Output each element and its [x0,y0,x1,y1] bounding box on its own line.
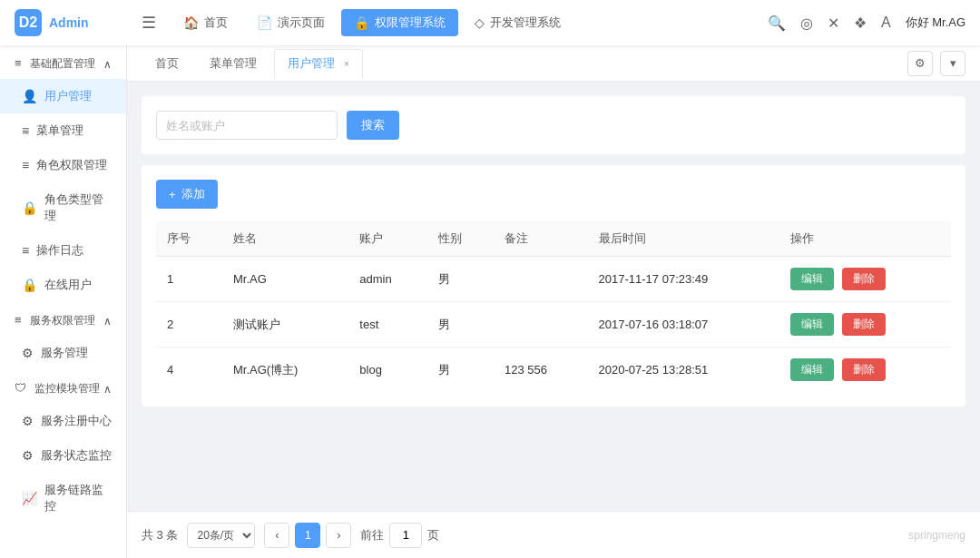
cell-index: 4 [156,348,222,393]
sidebar-item-service-chain-label: 服务链路监控 [44,482,112,514]
page-tab-user[interactable]: 用户管理 × [274,49,363,78]
sidebar-group-service-auth[interactable]: ≡ 服务权限管理 ∧ [0,302,126,336]
search-button[interactable]: 搜索 [347,111,399,140]
col-last-time: 最后时间 [588,221,779,257]
navbar-tab-dev[interactable]: ◇ 开发管理系统 [462,9,573,36]
cell-remark [494,302,588,348]
cell-last-time: 2020-07-25 13:28:51 [588,348,779,393]
page-tabs: 首页 菜单管理 用户管理 × ⚙ ▾ [127,45,980,82]
search-icon[interactable]: 🔍 [768,15,786,32]
sidebar-item-online-user[interactable]: 🔒 在线用户 [0,268,126,302]
sidebar-group-basic-config-label: 基础配置管理 [30,57,95,70]
sidebar-item-op-log[interactable]: ≡ 操作日志 [0,233,126,268]
page-dropdown-button[interactable]: ▾ [940,51,965,76]
goto-input[interactable] [389,523,422,548]
page-tab-home-label: 首页 [155,56,179,70]
sidebar-item-role-type-label: 角色类型管理 [44,191,112,224]
menu-icon: ≡ [22,123,29,138]
col-action: 操作 [779,221,951,257]
plus-icon: + [169,188,176,201]
navbar-tab-auth[interactable]: 🔒 权限管理系统 [341,9,458,36]
edit-button[interactable]: 编辑 [790,313,834,336]
edit-button[interactable]: 编辑 [790,358,834,381]
page-tab-menu-label: 菜单管理 [210,56,257,70]
navbar-tab-demo-label: 演示页面 [278,15,325,31]
delete-button[interactable]: 删除 [842,358,886,381]
total-count: 共 3 条 [142,527,178,543]
navbar-right: 🔍 ◎ ✕ ❖ A 你好 Mr.AG [768,15,965,32]
delete-button[interactable]: 删除 [842,268,886,290]
user-greeting: 你好 Mr.AG [906,15,965,31]
col-account: 账户 [348,221,427,257]
search-bar: 搜索 [142,96,965,154]
list-icon: ≡ [15,56,22,70]
sidebar-item-role-auth-label: 角色权限管理 [36,157,107,173]
page-tab-user-label: 用户管理 [288,56,335,70]
cell-remark [494,257,588,302]
user-table: 序号 姓名 账户 性别 备注 最后时间 操作 1 Mr.AG admin 男 2… [156,221,951,392]
cell-account: admin [348,257,427,302]
add-button-label: 添加 [181,186,205,202]
sidebar-item-service-status-label: 服务状态监控 [41,447,112,464]
page-1-button[interactable]: 1 [295,523,320,548]
sidebar-item-user-mgmt-label: 用户管理 [44,88,92,104]
sidebar-item-role-auth[interactable]: ≡ 角色权限管理 [0,148,126,182]
page-size-select[interactable]: 20条/页 [187,523,255,548]
sidebar-item-menu-mgmt[interactable]: ≡ 菜单管理 [0,113,126,148]
sidebar-item-service-register[interactable]: ⚙ 服务注册中心 [0,404,126,438]
goto-prefix: 前往 [360,527,384,543]
menu-toggle-button[interactable]: ☰ [142,13,156,33]
navbar-tab-demo[interactable]: 📄 演示页面 [244,9,338,36]
sidebar-item-service-mgmt-label: 服务管理 [41,345,88,361]
cell-name: 测试账户 [222,302,348,348]
cell-gender: 男 [427,257,494,302]
op-log-icon: ≡ [22,243,29,258]
dropdown-icon: ▾ [950,56,956,70]
search-input[interactable] [156,111,338,140]
cell-index: 1 [156,257,222,302]
service-status-icon: ⚙ [22,448,34,463]
sidebar-item-service-chain[interactable]: 📈 服务链路监控 [0,473,126,524]
navbar-tab-home-label: 首页 [204,15,228,31]
sidebar-item-role-type[interactable]: 🔒 角色类型管理 [0,182,126,233]
sidebar-item-service-mgmt[interactable]: ⚙ 服务管理 [0,336,126,370]
cell-action: 编辑 删除 [779,348,951,393]
watermark: springmeng [908,529,965,542]
col-index: 序号 [156,221,222,257]
prev-page-button[interactable]: ‹ [264,523,289,548]
cell-action: 编辑 删除 [779,257,951,302]
table-row: 1 Mr.AG admin 男 2017-11-17 07:23:49 编辑 删… [156,257,951,302]
page-tab-user-close-button[interactable]: × [344,58,349,69]
logo: D2 Admin [15,9,142,36]
sidebar-item-online-user-label: 在线用户 [44,277,92,293]
chevron-up-icon-2: ∧ [103,315,112,328]
page-tab-home[interactable]: 首页 [142,49,192,78]
service-register-icon: ⚙ [22,414,34,428]
page-settings-button[interactable]: ⚙ [907,51,933,76]
delete-button[interactable]: 删除 [842,313,886,336]
cell-index: 2 [156,302,222,348]
cell-action: 编辑 删除 [779,302,951,348]
diamond-icon[interactable]: ❖ [854,15,867,32]
navbar-tab-home[interactable]: 🏠 首页 [171,9,240,36]
sidebar-item-user-mgmt[interactable]: 👤 用户管理 [0,79,126,113]
add-button[interactable]: + 添加 [156,180,218,209]
navbar-tab-auth-label: 权限管理系统 [375,15,446,31]
close-icon[interactable]: ✕ [828,15,839,32]
footer-right: springmeng [908,529,965,542]
next-page-button[interactable]: › [326,523,351,548]
logo-text: Admin [49,15,89,30]
navbar-tabs: 🏠 首页 📄 演示页面 🔒 权限管理系统 ◇ 开发管理系统 [171,9,768,36]
sidebar-group-monitor[interactable]: 🛡 监控模块管理 ∧ [0,370,126,404]
dev-icon: ◇ [475,15,485,30]
sidebar-group-basic-config[interactable]: ≡ 基础配置管理 ∧ [0,45,126,79]
demo-icon: 📄 [257,15,272,30]
cell-last-time: 2017-11-17 07:23:49 [588,257,779,302]
font-icon[interactable]: A [881,15,891,31]
monitor-group-icon: 🛡 [15,381,26,395]
page-goto: 前往 页 [360,523,439,548]
edit-button[interactable]: 编辑 [790,268,834,290]
target-icon[interactable]: ◎ [800,15,813,32]
page-tab-menu[interactable]: 菜单管理 [196,49,270,78]
sidebar-item-service-status[interactable]: ⚙ 服务状态监控 [0,438,126,473]
